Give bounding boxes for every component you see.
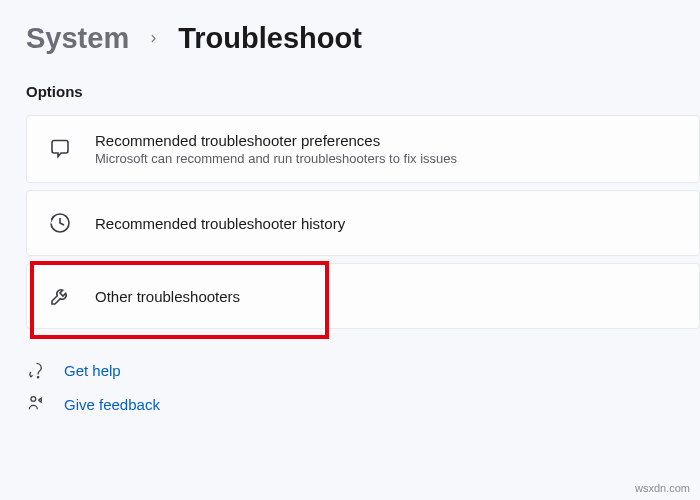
wrench-icon: [47, 283, 73, 309]
option-title: Recommended troubleshooter history: [95, 215, 345, 232]
give-feedback-link[interactable]: Give feedback: [26, 394, 674, 414]
chat-icon: [47, 136, 73, 162]
option-preferences[interactable]: Recommended troubleshooter preferences M…: [26, 115, 700, 183]
option-history[interactable]: Recommended troubleshooter history: [26, 190, 700, 256]
footer-links: Get help Give feedback: [0, 336, 700, 414]
footer-link-label: Get help: [64, 362, 121, 379]
svg-point-1: [37, 376, 38, 377]
footer-link-label: Give feedback: [64, 396, 160, 413]
svg-point-2: [30, 396, 35, 401]
breadcrumb-root[interactable]: System: [26, 22, 129, 55]
page-title: Troubleshoot: [178, 22, 362, 55]
option-text: Other troubleshooters: [95, 288, 240, 305]
option-title: Other troubleshooters: [95, 288, 240, 305]
section-label: Options: [0, 65, 700, 108]
feedback-icon: [26, 394, 46, 414]
option-other-troubleshooters[interactable]: Other troubleshooters: [26, 263, 700, 329]
get-help-link[interactable]: Get help: [26, 360, 674, 380]
option-text: Recommended troubleshooter history: [95, 215, 345, 232]
help-icon: [26, 360, 46, 380]
watermark: wsxdn.com: [635, 482, 690, 494]
breadcrumb: System Troubleshoot: [0, 0, 700, 65]
option-subtitle: Microsoft can recommend and run troubles…: [95, 151, 457, 166]
option-text: Recommended troubleshooter preferences M…: [95, 132, 457, 166]
chevron-right-icon: [147, 32, 160, 45]
option-title: Recommended troubleshooter preferences: [95, 132, 457, 149]
history-icon: [47, 210, 73, 236]
